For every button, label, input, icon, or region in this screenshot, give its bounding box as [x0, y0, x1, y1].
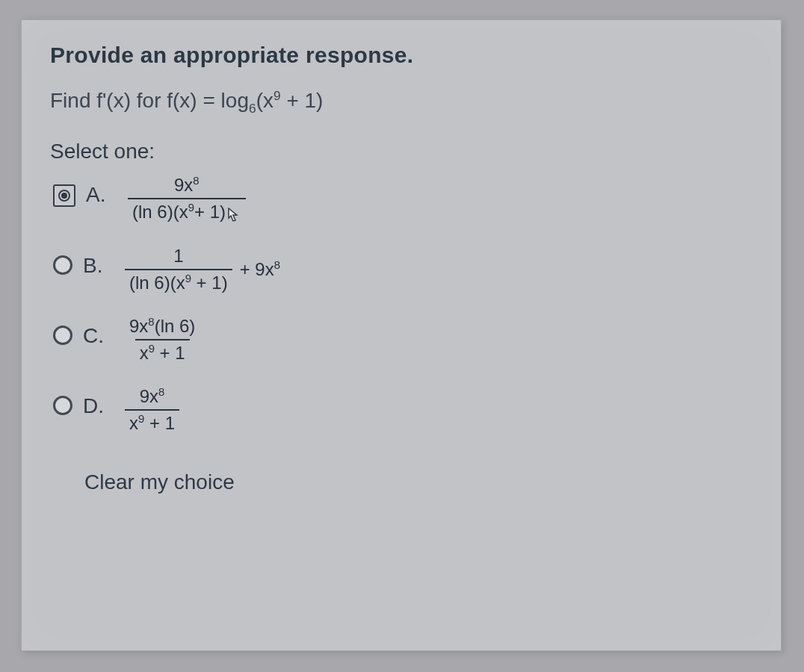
- c-den-1: x: [140, 343, 149, 363]
- c-num-2: (ln 6): [155, 316, 196, 336]
- radio-d[interactable]: [53, 396, 72, 415]
- stem-text-3: + 1): [281, 89, 324, 112]
- radio-a-selected[interactable]: [53, 184, 75, 207]
- question-stem: Find f'(x) for f(x) = log6(x9 + 1): [50, 89, 752, 113]
- choice-d[interactable]: D. 9x8 x9 + 1: [53, 385, 752, 435]
- c-den-exp: 9: [149, 343, 155, 355]
- choice-c-expression: 9x8(ln 6) x9 + 1: [123, 315, 201, 364]
- select-one-label: Select one:: [50, 140, 752, 164]
- d-num-1: 9x: [140, 386, 158, 406]
- b-den-exp: 9: [185, 273, 191, 284]
- a-den-exp: 9: [188, 202, 194, 214]
- choice-a-expression: 9x8 (ln 6)(x9+ 1): [126, 174, 247, 224]
- choice-d-expression: 9x8 x9 + 1: [123, 385, 181, 435]
- choice-b[interactable]: B. 1 (ln 6)(x9 + 1) + 9x8: [53, 245, 752, 294]
- stem-exponent: 9: [273, 88, 281, 103]
- choice-c-letter: C.: [83, 324, 108, 348]
- radio-c[interactable]: [53, 326, 72, 345]
- choice-d-letter: D.: [83, 394, 108, 418]
- d-den-2: + 1: [144, 413, 175, 433]
- c-num-exp: 8: [148, 316, 154, 328]
- a-num-1: 9x: [174, 175, 193, 195]
- question-card: Provide an appropriate response. Find f'…: [21, 19, 782, 651]
- stem-text-2: (x: [256, 89, 273, 112]
- stem-text-1: Find f'(x) for f(x) = log: [50, 89, 249, 112]
- b-extra-exp: 8: [274, 259, 280, 271]
- a-den-2: + 1): [194, 202, 226, 222]
- a-num-exp: 8: [193, 175, 199, 187]
- d-den-1: x: [129, 413, 138, 433]
- question-prompt: Provide an appropriate response.: [50, 43, 752, 68]
- b-extra-1: + 9x: [240, 259, 274, 279]
- choice-c[interactable]: C. 9x8(ln 6) x9 + 1: [53, 315, 752, 364]
- choice-b-expression: 1 (ln 6)(x9 + 1) + 9x8: [123, 245, 280, 294]
- a-den-1: (ln 6)(x: [132, 202, 188, 222]
- d-num-exp: 8: [158, 386, 164, 398]
- choices-list: A. 9x8 (ln 6)(x9+ 1) B.: [50, 174, 752, 435]
- cursor-icon: [228, 208, 241, 224]
- c-den-2: + 1: [155, 343, 185, 363]
- b-den-2: + 1): [191, 273, 228, 293]
- b-den-1: (ln 6)(x: [129, 273, 185, 293]
- choice-a[interactable]: A. 9x8 (ln 6)(x9+ 1): [53, 174, 752, 224]
- choice-a-letter: A.: [86, 183, 111, 207]
- choice-b-letter: B.: [83, 254, 108, 278]
- c-num-1: 9x: [129, 316, 148, 336]
- radio-b[interactable]: [53, 255, 72, 275]
- clear-my-choice-link[interactable]: Clear my choice: [84, 470, 752, 494]
- stem-log-base: 6: [249, 101, 256, 116]
- b-num: 1: [169, 245, 188, 269]
